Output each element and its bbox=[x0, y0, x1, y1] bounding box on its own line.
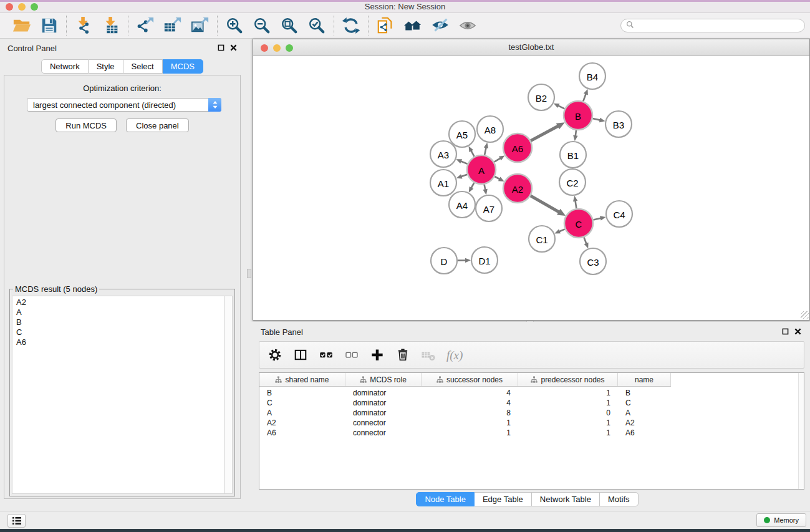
graph-node-C3[interactable]: C3 bbox=[580, 248, 606, 274]
refresh-button[interactable] bbox=[341, 16, 361, 36]
table-cell[interactable]: C bbox=[259, 399, 345, 407]
graph-edge-A-A2[interactable] bbox=[494, 177, 504, 181]
table-row[interactable]: A6connector11A6 bbox=[259, 428, 804, 438]
graph-edge-A-A8[interactable] bbox=[484, 143, 488, 155]
network-canvas[interactable]: B4B2BB3A5A8A6A3B1AC2A1A2A4A7C4CC1C3DD1 bbox=[253, 56, 809, 320]
table-cell[interactable]: 4 bbox=[422, 399, 518, 407]
graph-node-A3[interactable]: A3 bbox=[430, 141, 456, 167]
zoom-fit-button[interactable] bbox=[279, 16, 299, 36]
memory-button[interactable]: Memory bbox=[756, 513, 806, 527]
duplicate-network-button[interactable] bbox=[375, 16, 395, 36]
result-item[interactable]: A bbox=[16, 307, 223, 317]
network-minimize-button[interactable] bbox=[273, 44, 281, 52]
graph-edge-A-A3[interactable] bbox=[456, 159, 467, 164]
table-cell[interactable]: 4 bbox=[422, 389, 518, 397]
table-row[interactable]: Adominator80A bbox=[259, 408, 804, 418]
column-header-mcds-role[interactable]: MCDS role bbox=[345, 373, 422, 386]
run-mcds-button[interactable]: Run MCDS bbox=[55, 118, 117, 132]
table-cell[interactable]: 1 bbox=[518, 418, 618, 427]
result-item[interactable]: B bbox=[16, 317, 223, 327]
graph-node-C[interactable]: C bbox=[564, 209, 593, 238]
table-row[interactable]: Cdominator41C bbox=[259, 398, 804, 408]
export-network-button[interactable] bbox=[135, 16, 155, 36]
table-cell[interactable]: A2 bbox=[618, 418, 671, 427]
float-panel-icon[interactable] bbox=[218, 44, 224, 51]
table-settings-button[interactable] bbox=[268, 347, 282, 362]
table-cell[interactable]: connector bbox=[345, 418, 422, 427]
graph-node-B3[interactable]: B3 bbox=[605, 111, 632, 137]
graph-node-A7[interactable]: A7 bbox=[476, 195, 502, 221]
graph-edge-D-D1[interactable] bbox=[458, 258, 471, 263]
close-table-panel-icon[interactable] bbox=[794, 328, 801, 335]
graph-edge-B-B2[interactable] bbox=[554, 104, 565, 109]
table-cell[interactable]: 1 bbox=[518, 428, 618, 437]
add-column-button[interactable] bbox=[370, 347, 385, 362]
table-cell[interactable]: 0 bbox=[518, 409, 618, 417]
result-item[interactable]: A6 bbox=[16, 337, 223, 347]
select-all-button[interactable] bbox=[319, 347, 334, 362]
tab-network-table[interactable]: Network Table bbox=[532, 492, 600, 506]
graph-node-C4[interactable]: C4 bbox=[606, 201, 632, 227]
graph-node-B1[interactable]: B1 bbox=[560, 142, 586, 168]
table-scrollbar[interactable] bbox=[798, 373, 804, 489]
network-graph[interactable]: B4B2BB3A5A8A6A3B1AC2A1A2A4A7C4CC1C3DD1 bbox=[253, 56, 809, 320]
graph-node-D[interactable]: D bbox=[431, 248, 457, 274]
graph-node-C1[interactable]: C1 bbox=[529, 226, 555, 252]
table-cell[interactable]: A6 bbox=[618, 428, 671, 437]
tab-edge-table[interactable]: Edge Table bbox=[475, 492, 532, 506]
graph-edge-C-C1[interactable] bbox=[554, 229, 565, 233]
table-cell[interactable]: B bbox=[259, 389, 345, 397]
graph-edge-A-A5[interactable] bbox=[469, 146, 475, 157]
column-header-predecessor-nodes[interactable]: predecessor nodes bbox=[518, 373, 618, 386]
import-table-button[interactable] bbox=[101, 16, 121, 36]
column-header-shared-name[interactable]: shared name bbox=[259, 373, 345, 386]
graph-node-A4[interactable]: A4 bbox=[449, 191, 475, 218]
graph-node-A1[interactable]: A1 bbox=[430, 170, 456, 196]
minimize-window-button[interactable] bbox=[18, 3, 26, 11]
graph-node-B[interactable]: B bbox=[564, 101, 592, 130]
table-cell[interactable]: C bbox=[618, 399, 671, 407]
tab-node-table[interactable]: Node Table bbox=[416, 492, 475, 506]
table-row[interactable]: A2connector11A2 bbox=[259, 418, 804, 428]
graph-edge-A2-C[interactable] bbox=[531, 196, 566, 216]
splitter-handle-vertical[interactable] bbox=[247, 269, 251, 278]
result-item[interactable]: C bbox=[16, 327, 223, 337]
graph-edge-B-B1[interactable] bbox=[573, 130, 577, 141]
tab-motifs[interactable]: Motifs bbox=[600, 492, 639, 506]
graph-node-A[interactable]: A bbox=[467, 155, 496, 184]
table-cell[interactable]: A bbox=[618, 409, 671, 417]
mcds-result-list[interactable]: A2ABCA6 bbox=[12, 296, 233, 494]
graph-edge-A6-B[interactable] bbox=[531, 122, 565, 140]
home-button[interactable] bbox=[403, 16, 423, 36]
column-header-name[interactable]: name bbox=[618, 373, 671, 386]
table-cell[interactable]: 1 bbox=[422, 428, 518, 437]
table-cell[interactable]: A bbox=[259, 409, 345, 417]
export-image-button[interactable] bbox=[190, 16, 210, 36]
zoom-window-button[interactable] bbox=[31, 3, 38, 11]
table-cell[interactable]: B bbox=[618, 389, 671, 397]
criterion-dropdown[interactable]: largest connected component (directed) bbox=[27, 98, 221, 112]
network-zoom-button[interactable] bbox=[286, 44, 293, 52]
graph-node-A8[interactable]: A8 bbox=[477, 116, 503, 142]
table-cell[interactable]: A6 bbox=[259, 428, 345, 437]
graph-node-A5[interactable]: A5 bbox=[449, 121, 475, 147]
close-panel-button[interactable]: Close panel bbox=[126, 118, 189, 132]
graph-node-C2[interactable]: C2 bbox=[559, 169, 586, 195]
split-panel-button[interactable] bbox=[293, 347, 308, 362]
table-cell[interactable]: dominator bbox=[345, 409, 422, 417]
table-cell[interactable]: dominator bbox=[345, 399, 422, 407]
import-network-button[interactable] bbox=[74, 16, 94, 36]
zoom-in-button[interactable] bbox=[224, 16, 244, 36]
task-history-button[interactable] bbox=[7, 514, 26, 528]
open-session-button[interactable] bbox=[12, 16, 32, 36]
table-row[interactable]: Bdominator41B bbox=[259, 388, 804, 398]
table-cell[interactable]: 1 bbox=[422, 418, 518, 427]
table-cell[interactable]: 1 bbox=[518, 399, 618, 407]
show-eye-button[interactable] bbox=[458, 16, 478, 36]
tab-network[interactable]: Network bbox=[41, 59, 89, 74]
close-window-button[interactable] bbox=[6, 3, 13, 11]
table-cell[interactable]: connector bbox=[345, 428, 422, 437]
tab-mcds[interactable]: MCDS bbox=[163, 59, 203, 74]
network-window-titlebar[interactable]: testGlobe.txt bbox=[253, 39, 809, 56]
graph-node-A2[interactable]: A2 bbox=[503, 174, 532, 203]
